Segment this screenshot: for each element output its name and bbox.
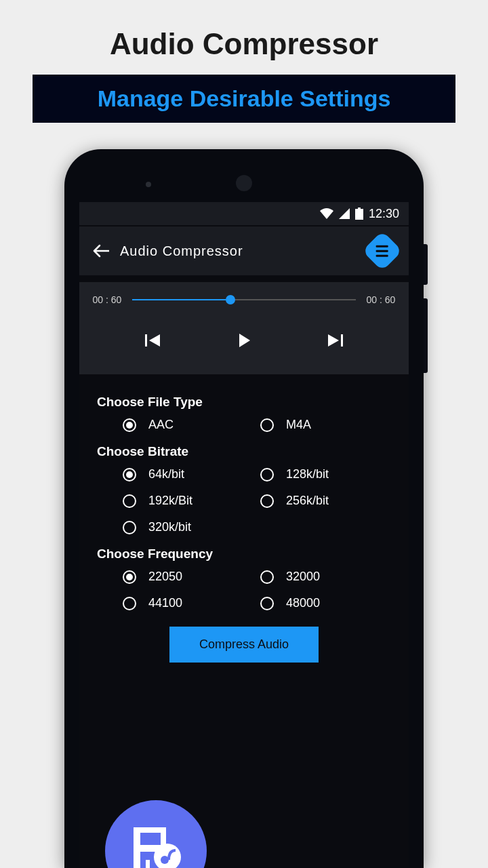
previous-button[interactable]	[139, 327, 166, 354]
file-type-option-label: AAC	[148, 418, 174, 432]
seek-fill	[132, 299, 230, 300]
bitrate-option[interactable]: 256k/bit	[260, 494, 391, 508]
phone-side-button	[424, 244, 428, 285]
bitrate-option-label: 256k/bit	[286, 494, 329, 508]
phone-side-button	[424, 298, 428, 373]
radio-icon	[123, 418, 136, 432]
time-total: 00 : 60	[365, 294, 396, 305]
frequency-option-label: 32000	[286, 570, 320, 584]
file-type-option[interactable]: M4A	[260, 418, 391, 432]
phone-speaker	[236, 175, 252, 191]
svg-rect-1	[355, 209, 363, 220]
file-type-label: Choose File Type	[97, 395, 391, 410]
radio-icon	[260, 418, 274, 432]
frequency-option[interactable]: 48000	[260, 596, 391, 610]
frequency-options: 22050320004410048000	[97, 570, 391, 610]
radio-icon	[123, 521, 136, 534]
bitrate-label: Choose Bitrate	[97, 444, 391, 459]
bitrate-option[interactable]: 128k/bit	[260, 467, 391, 481]
signal-icon	[339, 208, 350, 219]
bitrate-option-label: 128k/bit	[286, 467, 329, 481]
radio-icon	[123, 468, 136, 481]
frequency-label: Choose Frequency	[97, 547, 391, 561]
app-bar: Audio Compressor	[79, 226, 409, 275]
next-button[interactable]	[322, 327, 349, 354]
bitrate-option[interactable]: 320k/bit	[123, 520, 253, 534]
frequency-option[interactable]: 22050	[123, 570, 253, 584]
settings-panel: Choose File Type AACM4A Choose Bitrate 6…	[79, 374, 409, 663]
svg-rect-3	[341, 334, 343, 347]
frequency-option[interactable]: 32000	[260, 570, 391, 584]
battery-icon	[355, 208, 363, 220]
radio-icon	[260, 468, 274, 481]
file-type-options: AACM4A	[97, 418, 391, 432]
menu-button[interactable]	[362, 231, 402, 271]
phone-mockup: 12:30 Audio Compressor 00 : 60	[64, 149, 424, 868]
radio-icon	[260, 494, 274, 508]
banner: Manage Desirable Settings	[33, 75, 455, 123]
back-button[interactable]	[92, 242, 109, 260]
seek-bar[interactable]	[132, 299, 356, 300]
app-bar-title: Audio Compressor	[120, 243, 357, 259]
status-time: 12:30	[369, 207, 399, 221]
play-button[interactable]	[230, 327, 258, 354]
radio-icon	[260, 570, 274, 584]
radio-icon	[260, 597, 274, 610]
bitrate-options: 64k/bit128k/bit192k/Bit256k/bit320k/bit	[97, 467, 391, 534]
file-type-option-label: M4A	[286, 418, 311, 432]
phone-screen: 12:30 Audio Compressor 00 : 60	[79, 202, 409, 867]
svg-rect-0	[358, 208, 361, 209]
svg-rect-5	[134, 827, 166, 833]
bitrate-option[interactable]: 192k/Bit	[123, 494, 253, 508]
bitrate-option-label: 320k/bit	[148, 520, 191, 534]
file-type-option[interactable]: AAC	[123, 418, 253, 432]
audio-player: 00 : 60 00 : 60	[79, 282, 409, 374]
status-bar: 12:30	[79, 202, 409, 225]
svg-rect-7	[146, 860, 150, 868]
radio-icon	[123, 597, 136, 610]
bitrate-option[interactable]: 64k/bit	[123, 467, 253, 481]
frequency-option-label: 44100	[148, 596, 182, 610]
seek-thumb[interactable]	[226, 295, 235, 304]
bitrate-option-label: 192k/Bit	[148, 494, 192, 508]
compress-button[interactable]: Compress Audio	[169, 627, 319, 663]
page-title: Audio Compressor	[0, 0, 488, 75]
svg-rect-2	[145, 334, 147, 347]
hamburger-icon	[376, 245, 388, 257]
radio-icon	[123, 494, 136, 508]
time-elapsed: 00 : 60	[92, 294, 123, 305]
phone-sensor	[146, 182, 151, 187]
frequency-option-label: 22050	[148, 570, 182, 584]
wifi-icon	[320, 208, 333, 219]
bitrate-option-label: 64k/bit	[148, 467, 184, 481]
frequency-option[interactable]: 44100	[123, 596, 253, 610]
radio-icon	[123, 570, 136, 584]
frequency-option-label: 48000	[286, 596, 320, 610]
